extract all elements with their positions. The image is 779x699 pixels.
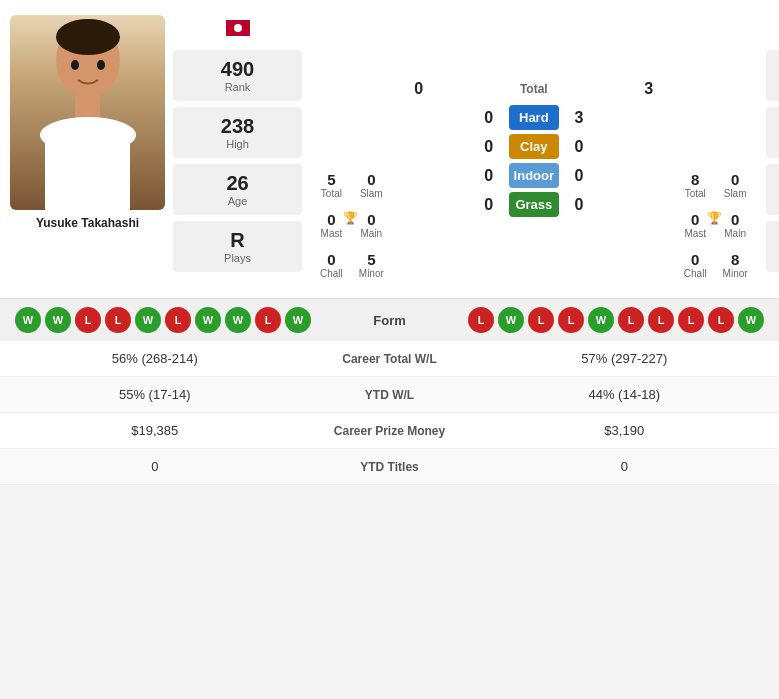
right-total-item: 8 Total: [678, 167, 713, 203]
left-mast: 0: [320, 211, 343, 228]
left-slam-item: 0 Slam: [353, 167, 390, 203]
svg-point-1: [56, 19, 120, 55]
right-trophy-icon: 🏆: [707, 211, 722, 225]
left-age-label: Age: [185, 195, 290, 207]
left-age-box: 26 Age: [173, 164, 302, 215]
left-chall: 0: [320, 251, 343, 268]
form-bubble-w: W: [45, 307, 71, 333]
right-score-grass: 0: [559, 196, 599, 214]
stat-row-0: 56% (268-214) Career Total W/L 57% (297-…: [0, 341, 779, 377]
left-main: 0: [359, 211, 384, 228]
stat-left-2: $19,385: [20, 423, 290, 438]
right-trophy-main: 🏆 0 Main: [717, 207, 754, 243]
right-chall-label: Chall: [684, 268, 707, 279]
right-chall-item: 0 Chall: [678, 247, 713, 283]
right-age-box: 31 Age: [766, 164, 779, 215]
stat-center-label-0: Career Total W/L: [290, 352, 490, 366]
left-score-grass: 0: [469, 196, 509, 214]
surface-rows: 0 Hard 3 0 Clay 0 0 Indoor 0 0 Grass 0: [469, 105, 599, 221]
stat-right-0: 57% (297-227): [490, 351, 760, 366]
stat-left-3: 0: [20, 459, 290, 474]
form-bubble-l: L: [558, 307, 584, 333]
left-score-hard: 0: [469, 109, 509, 127]
surface-row-indoor: 0 Indoor 0: [469, 163, 599, 188]
left-stats: 490 Rank 238 High 26 Age R Plays: [165, 15, 310, 283]
form-bubble-l: L: [708, 307, 734, 333]
right-total: 8: [684, 171, 707, 188]
form-bubble-l: L: [468, 307, 494, 333]
left-plays: R: [185, 229, 290, 252]
left-chall-label: Chall: [320, 268, 343, 279]
middle-scores: 0 Total 3 0 Hard 3 0 Clay 0 0 Indoor 0 0…: [394, 15, 674, 283]
stat-right-3: 0: [490, 459, 760, 474]
left-mast-label: Mast: [320, 228, 343, 239]
svg-rect-3: [75, 95, 100, 120]
right-score-hard: 3: [559, 109, 599, 127]
form-bubble-l: L: [105, 307, 131, 333]
right-score-indoor: 0: [559, 167, 599, 185]
stat-left-0: 56% (268-214): [20, 351, 290, 366]
surface-label-indoor: Indoor: [509, 163, 559, 188]
stat-center-label-3: YTD Titles: [290, 460, 490, 474]
form-bubble-w: W: [498, 307, 524, 333]
left-player-name: Yusuke Takahashi: [36, 216, 139, 230]
form-label: Form: [373, 313, 406, 328]
form-bubble-l: L: [165, 307, 191, 333]
right-mast-label: Mast: [684, 228, 707, 239]
right-slam-label: Slam: [723, 188, 748, 199]
form-bubble-w: W: [135, 307, 161, 333]
left-slam: 0: [359, 171, 384, 188]
form-bubble-w: W: [588, 307, 614, 333]
right-slam: 0: [723, 171, 748, 188]
stat-right-1: 44% (14-18): [490, 387, 760, 402]
left-trophy-main: 🏆 0 Main: [353, 207, 390, 243]
left-stats-grid: 5 Total 0 Slam 0 Mast 🏆 0 Main 0: [314, 167, 390, 283]
stats-rows: 56% (268-214) Career Total W/L 57% (297-…: [0, 341, 779, 485]
form-bubble-l: L: [75, 307, 101, 333]
left-form-bubbles: WWLLWLWWLW: [15, 307, 311, 333]
right-mast: 0: [684, 211, 707, 228]
right-minor-item: 8 Minor: [717, 247, 754, 283]
left-plays-label: Plays: [185, 252, 290, 264]
surface-label-grass: Grass: [509, 192, 559, 217]
left-score-indoor: 0: [469, 167, 509, 185]
left-high-box: 238 High: [173, 107, 302, 158]
right-stats: 380 Rank 271 High 31 Age R Plays: [758, 15, 779, 283]
form-bubble-w: W: [225, 307, 251, 333]
form-section: WWLLWLWWLW Form LWLLWLLLLW: [0, 298, 779, 341]
right-high-box: 271 High: [766, 107, 779, 158]
svg-point-8: [234, 24, 242, 32]
form-bubble-l: L: [255, 307, 281, 333]
right-stats-grid: 8 Total 0 Slam 0 Mast 🏆 0 Main 0: [678, 167, 754, 283]
left-high-label: High: [185, 138, 290, 150]
left-flag: [226, 20, 250, 40]
left-total-label: Total: [320, 188, 343, 199]
left-rank-label: Rank: [185, 81, 290, 93]
left-plays-box: R Plays: [173, 221, 302, 272]
surface-row-grass: 0 Grass 0: [469, 192, 599, 217]
surface-row-hard: 0 Hard 3: [469, 105, 599, 130]
right-rank-box: 380 Rank: [766, 50, 779, 101]
left-total: 5: [320, 171, 343, 188]
form-bubble-w: W: [195, 307, 221, 333]
right-plays-box: R Plays: [766, 221, 779, 272]
left-score-clay: 0: [469, 138, 509, 156]
stat-row-3: 0 YTD Titles 0: [0, 449, 779, 485]
surface-row-clay: 0 Clay 0: [469, 134, 599, 159]
stat-row-2: $19,385 Career Prize Money $3,190: [0, 413, 779, 449]
left-extra-stats: 5 Total 0 Slam 0 Mast 🏆 0 Main 0: [310, 15, 394, 283]
right-slam-item: 0 Slam: [717, 167, 754, 203]
left-trophy-icon: 🏆: [343, 211, 358, 225]
stat-center-label-1: YTD W/L: [290, 388, 490, 402]
right-minor: 8: [723, 251, 748, 268]
form-bubble-l: L: [528, 307, 554, 333]
stat-right-2: $3,190: [490, 423, 760, 438]
left-high: 238: [185, 115, 290, 138]
left-main-label: Main: [359, 228, 384, 239]
left-minor-item: 5 Minor: [353, 247, 390, 283]
form-bubble-l: L: [678, 307, 704, 333]
svg-point-5: [71, 60, 79, 70]
left-player-photo: [10, 15, 165, 210]
left-player: Yusuke Takahashi: [10, 15, 165, 283]
left-minor: 5: [359, 251, 384, 268]
